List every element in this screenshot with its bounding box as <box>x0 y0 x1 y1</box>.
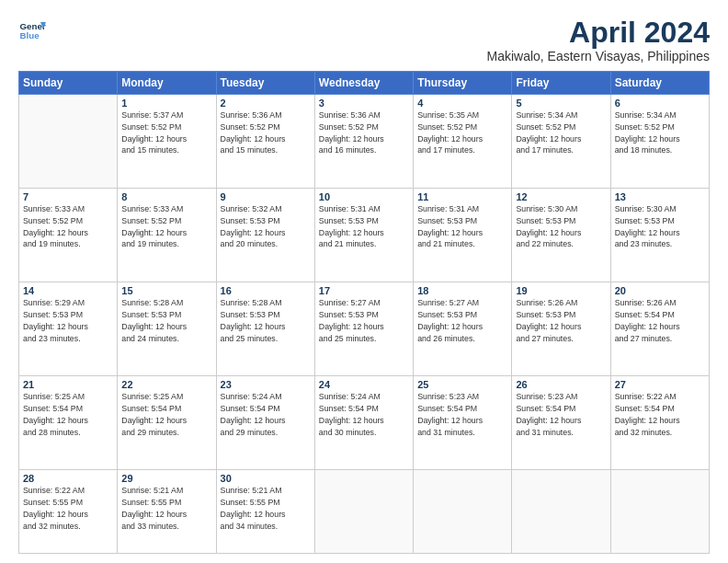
col-thursday: Thursday <box>414 72 512 95</box>
day-number: 14 <box>23 285 113 296</box>
day-number: 6 <box>615 98 705 109</box>
day-number: 28 <box>23 473 113 484</box>
table-row: 17Sunrise: 5:27 AMSunset: 5:53 PMDayligh… <box>314 282 413 376</box>
day-info: Sunrise: 5:22 AMSunset: 5:55 PMDaylight:… <box>23 485 113 532</box>
day-info: Sunrise: 5:22 AMSunset: 5:54 PMDaylight:… <box>615 391 705 438</box>
logo: General Blue <box>18 17 46 44</box>
table-row: 3Sunrise: 5:36 AMSunset: 5:52 PMDaylight… <box>314 95 413 189</box>
main-title: April 2024 <box>486 17 710 49</box>
day-number: 13 <box>615 191 705 202</box>
day-info: Sunrise: 5:33 AMSunset: 5:52 PMDaylight:… <box>121 203 211 250</box>
day-number: 26 <box>516 379 606 390</box>
day-info: Sunrise: 5:30 AMSunset: 5:53 PMDaylight:… <box>615 203 705 250</box>
table-row <box>610 470 709 554</box>
table-row: 2Sunrise: 5:36 AMSunset: 5:52 PMDaylight… <box>216 95 314 189</box>
day-number: 3 <box>319 98 409 109</box>
day-number: 16 <box>221 285 311 296</box>
day-number: 7 <box>23 191 113 202</box>
table-row: 12Sunrise: 5:30 AMSunset: 5:53 PMDayligh… <box>512 189 610 282</box>
col-friday: Friday <box>512 72 610 95</box>
day-number: 17 <box>319 285 409 296</box>
table-row: 30Sunrise: 5:21 AMSunset: 5:55 PMDayligh… <box>216 470 314 554</box>
day-info: Sunrise: 5:36 AMSunset: 5:52 PMDaylight:… <box>319 109 409 156</box>
day-number: 15 <box>121 285 211 296</box>
day-number: 1 <box>121 98 211 109</box>
table-row <box>512 470 610 554</box>
table-row: 23Sunrise: 5:24 AMSunset: 5:54 PMDayligh… <box>216 376 314 470</box>
day-number: 24 <box>319 379 409 390</box>
table-row: 26Sunrise: 5:23 AMSunset: 5:54 PMDayligh… <box>512 376 610 470</box>
col-saturday: Saturday <box>610 72 709 95</box>
table-row: 15Sunrise: 5:28 AMSunset: 5:53 PMDayligh… <box>118 282 216 376</box>
calendar-week-row: 14Sunrise: 5:29 AMSunset: 5:53 PMDayligh… <box>19 282 710 376</box>
day-number: 11 <box>417 191 507 202</box>
day-number: 10 <box>319 191 409 202</box>
day-info: Sunrise: 5:36 AMSunset: 5:52 PMDaylight:… <box>221 109 311 156</box>
col-sunday: Sunday <box>19 72 118 95</box>
table-row: 22Sunrise: 5:25 AMSunset: 5:54 PMDayligh… <box>118 376 216 470</box>
table-row: 18Sunrise: 5:27 AMSunset: 5:53 PMDayligh… <box>414 282 512 376</box>
calendar-table: Sunday Monday Tuesday Wednesday Thursday… <box>18 71 710 554</box>
day-info: Sunrise: 5:26 AMSunset: 5:54 PMDaylight:… <box>615 297 705 344</box>
calendar-week-row: 21Sunrise: 5:25 AMSunset: 5:54 PMDayligh… <box>19 376 710 470</box>
calendar-week-row: 28Sunrise: 5:22 AMSunset: 5:55 PMDayligh… <box>19 470 710 554</box>
day-number: 19 <box>516 285 606 296</box>
table-row: 21Sunrise: 5:25 AMSunset: 5:54 PMDayligh… <box>19 376 118 470</box>
table-row: 9Sunrise: 5:32 AMSunset: 5:53 PMDaylight… <box>216 189 314 282</box>
svg-text:Blue: Blue <box>20 30 40 40</box>
day-info: Sunrise: 5:31 AMSunset: 5:53 PMDaylight:… <box>319 203 409 250</box>
calendar-week-row: 1Sunrise: 5:37 AMSunset: 5:52 PMDaylight… <box>19 95 710 189</box>
day-number: 9 <box>221 191 311 202</box>
day-number: 12 <box>516 191 606 202</box>
table-row: 13Sunrise: 5:30 AMSunset: 5:53 PMDayligh… <box>610 189 709 282</box>
table-row <box>314 470 413 554</box>
day-info: Sunrise: 5:25 AMSunset: 5:54 PMDaylight:… <box>23 391 113 438</box>
day-number: 30 <box>221 473 311 484</box>
day-info: Sunrise: 5:26 AMSunset: 5:53 PMDaylight:… <box>516 297 606 344</box>
table-row: 24Sunrise: 5:24 AMSunset: 5:54 PMDayligh… <box>314 376 413 470</box>
table-row: 28Sunrise: 5:22 AMSunset: 5:55 PMDayligh… <box>19 470 118 554</box>
day-info: Sunrise: 5:30 AMSunset: 5:53 PMDaylight:… <box>516 203 606 250</box>
table-row: 25Sunrise: 5:23 AMSunset: 5:54 PMDayligh… <box>414 376 512 470</box>
day-number: 5 <box>516 98 606 109</box>
page: General Blue April 2024 Makiwalo, Easter… <box>0 0 728 563</box>
day-number: 2 <box>221 98 311 109</box>
col-tuesday: Tuesday <box>216 72 314 95</box>
day-info: Sunrise: 5:23 AMSunset: 5:54 PMDaylight:… <box>417 391 507 438</box>
table-row: 10Sunrise: 5:31 AMSunset: 5:53 PMDayligh… <box>314 189 413 282</box>
day-number: 22 <box>121 379 211 390</box>
day-info: Sunrise: 5:37 AMSunset: 5:52 PMDaylight:… <box>121 109 211 156</box>
table-row: 29Sunrise: 5:21 AMSunset: 5:55 PMDayligh… <box>118 470 216 554</box>
table-row: 16Sunrise: 5:28 AMSunset: 5:53 PMDayligh… <box>216 282 314 376</box>
day-number: 20 <box>615 285 705 296</box>
day-info: Sunrise: 5:34 AMSunset: 5:52 PMDaylight:… <box>516 109 606 156</box>
day-info: Sunrise: 5:28 AMSunset: 5:53 PMDaylight:… <box>121 297 211 344</box>
title-block: April 2024 Makiwalo, Eastern Visayas, Ph… <box>486 17 710 63</box>
day-info: Sunrise: 5:24 AMSunset: 5:54 PMDaylight:… <box>221 391 311 438</box>
table-row: 11Sunrise: 5:31 AMSunset: 5:53 PMDayligh… <box>414 189 512 282</box>
table-row: 19Sunrise: 5:26 AMSunset: 5:53 PMDayligh… <box>512 282 610 376</box>
table-row: 5Sunrise: 5:34 AMSunset: 5:52 PMDaylight… <box>512 95 610 189</box>
col-wednesday: Wednesday <box>314 72 413 95</box>
table-row: 4Sunrise: 5:35 AMSunset: 5:52 PMDaylight… <box>414 95 512 189</box>
day-number: 29 <box>121 473 211 484</box>
day-info: Sunrise: 5:29 AMSunset: 5:53 PMDaylight:… <box>23 297 113 344</box>
table-row: 14Sunrise: 5:29 AMSunset: 5:53 PMDayligh… <box>19 282 118 376</box>
table-row: 6Sunrise: 5:34 AMSunset: 5:52 PMDaylight… <box>610 95 709 189</box>
day-number: 27 <box>615 379 705 390</box>
table-row: 7Sunrise: 5:33 AMSunset: 5:52 PMDaylight… <box>19 189 118 282</box>
day-number: 4 <box>417 98 507 109</box>
day-number: 18 <box>417 285 507 296</box>
day-number: 23 <box>221 379 311 390</box>
day-info: Sunrise: 5:34 AMSunset: 5:52 PMDaylight:… <box>615 109 705 156</box>
subtitle: Makiwalo, Eastern Visayas, Philippines <box>486 49 710 63</box>
table-row: 20Sunrise: 5:26 AMSunset: 5:54 PMDayligh… <box>610 282 709 376</box>
table-row: 8Sunrise: 5:33 AMSunset: 5:52 PMDaylight… <box>118 189 216 282</box>
table-row <box>414 470 512 554</box>
day-info: Sunrise: 5:33 AMSunset: 5:52 PMDaylight:… <box>23 203 113 250</box>
day-info: Sunrise: 5:27 AMSunset: 5:53 PMDaylight:… <box>319 297 409 344</box>
table-row <box>19 95 118 189</box>
day-info: Sunrise: 5:32 AMSunset: 5:53 PMDaylight:… <box>221 203 311 250</box>
calendar-week-row: 7Sunrise: 5:33 AMSunset: 5:52 PMDaylight… <box>19 189 710 282</box>
table-row: 27Sunrise: 5:22 AMSunset: 5:54 PMDayligh… <box>610 376 709 470</box>
